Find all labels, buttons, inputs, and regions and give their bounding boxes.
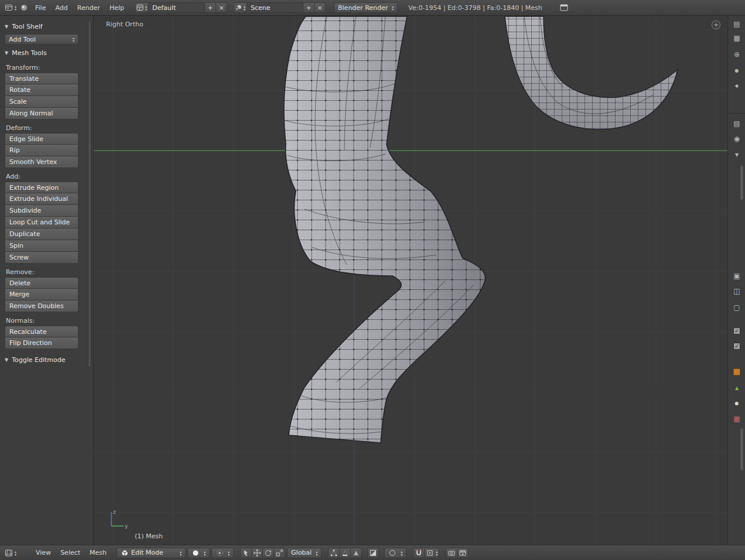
edge-select-button[interactable] (340, 548, 351, 558)
tool-button-smooth-vertex[interactable]: Smooth Vertex (5, 156, 78, 168)
tool-button-scale[interactable]: Scale (5, 96, 78, 108)
tool-button-edge-slide[interactable]: Edge Slide (5, 133, 78, 145)
add-tool-select[interactable]: Add Tool ▴▾ (5, 34, 78, 45)
tool-button-recalculate[interactable]: Recalculate (5, 326, 78, 337)
tool-shelf-scrollbar[interactable] (88, 21, 91, 367)
tool-button-rotate[interactable]: Rotate (5, 84, 78, 96)
tool-button-extrude-individual[interactable]: Extrude Individual (5, 193, 78, 205)
opengl-render-button[interactable] (446, 548, 457, 558)
properties-editor-icon[interactable]: ▤ (732, 19, 741, 29)
sphere-icon[interactable]: ● (732, 66, 741, 76)
triangle-down-icon: ▼ (5, 357, 8, 363)
screen-layout-add-button[interactable]: + (205, 2, 216, 13)
tool-button-spin[interactable]: Spin (5, 240, 78, 252)
occlude-icon (369, 549, 377, 557)
menu-view[interactable]: View (31, 547, 56, 558)
pin-icon[interactable]: ◉ (732, 134, 741, 144)
tool-button-extrude-region[interactable]: Extrude Region (5, 182, 78, 193)
strip-scrollbar[interactable] (740, 166, 743, 200)
scale-manipulator-button[interactable] (274, 548, 285, 558)
editor-type-button[interactable]: ▴▾ (4, 2, 18, 13)
tool-button-rip[interactable]: Rip (5, 145, 78, 156)
pivot-center-select[interactable]: ▴▾ (211, 548, 234, 558)
orientation-select[interactable]: Global ▴▾ (287, 548, 322, 558)
mode-select[interactable]: Edit Mode ▴▾ (117, 548, 186, 558)
screen-layout-name-field[interactable] (149, 2, 205, 13)
vertex-select-button[interactable] (328, 548, 340, 558)
menu-file[interactable]: File (30, 2, 50, 13)
snap-toggle-button[interactable] (413, 548, 425, 558)
render-tab-icon[interactable]: ▣ (732, 271, 741, 281)
face-select-button[interactable] (351, 548, 362, 558)
editmode-cube-icon (121, 549, 129, 557)
viewport-canvas[interactable] (94, 16, 727, 545)
viewport-shading-select[interactable]: ▴▾ (187, 548, 210, 558)
scene-name-field[interactable] (247, 2, 303, 13)
opengl-render-anim-button[interactable] (457, 548, 469, 558)
section-normals: Normals: Recalculate Flip Direction (0, 317, 93, 349)
rotate-manipulator-button[interactable] (263, 548, 274, 558)
proportional-editing-select[interactable]: ▴▾ (384, 548, 406, 558)
menu-help[interactable]: Help (105, 2, 129, 13)
tool-button-subdivide[interactable]: Subdivide (5, 205, 78, 217)
orientation-value: Global (291, 549, 312, 556)
panel-header-toggle-editmode[interactable]: ▼ Toggle Editmode (0, 354, 93, 366)
scene-tab-icon[interactable]: ▢ (732, 303, 741, 312)
updown-arrows-icon: ▴▾ (436, 550, 438, 556)
translate-manipulator-button[interactable] (252, 548, 263, 558)
snap-element-select[interactable]: ▴▾ (425, 548, 439, 558)
panel-header-tool-shelf[interactable]: ▼ Tool Shelf (0, 21, 93, 33)
tool-button-screw[interactable]: Screw (5, 252, 78, 264)
panels-icon[interactable]: ▦ (732, 33, 741, 43)
checkbox-on-icon[interactable]: ✓ (733, 343, 740, 350)
diamond-icon[interactable]: ◆ (732, 81, 741, 91)
window-duplicate-icon[interactable] (559, 2, 569, 13)
render-engine-select[interactable]: Blender Render ▴▾ (334, 2, 398, 13)
texture-tab-icon[interactable]: ▦ (732, 414, 741, 424)
object-tab-icon[interactable] (733, 368, 740, 375)
scene-browse-button[interactable]: ▴▾ (233, 2, 247, 13)
occlude-geometry-toggle[interactable] (367, 548, 379, 558)
tool-button-merge[interactable]: Merge (5, 289, 78, 301)
updown-arrows-icon: ▴▾ (15, 550, 16, 556)
strip-scrollbar[interactable] (740, 428, 743, 470)
tool-button-loop-cut-and-slide[interactable]: Loop Cut and Slide (5, 217, 78, 228)
scene-add-button[interactable]: + (303, 2, 315, 13)
panel-header-mesh-tools[interactable]: ▼ Mesh Tools (0, 47, 93, 59)
screen-layout-browse-button[interactable]: ▴▾ (135, 2, 149, 13)
checkbox-on-icon[interactable]: ✓ (733, 327, 740, 334)
tool-button-delete[interactable]: Delete (5, 277, 78, 289)
info-header: ▴▾ File Add Render Help ▴▾ + × (0, 0, 745, 16)
collapse-icon[interactable]: ▼ (732, 151, 741, 160)
manipulator-toggle-button[interactable] (240, 548, 252, 558)
layers-tab-icon[interactable]: ◫ (732, 286, 741, 296)
viewport-3d[interactable]: Right Ortho + z y (1) Mesh (94, 16, 727, 545)
add-icon[interactable]: ⊕ (732, 50, 741, 59)
menu-mesh[interactable]: Mesh (85, 547, 111, 558)
tool-button-along-normal[interactable]: Along Normal (5, 108, 78, 119)
scene-close-button[interactable]: × (315, 2, 326, 13)
screen-layout-close-button[interactable]: × (216, 2, 227, 13)
updown-arrows-icon: ▴▾ (204, 550, 206, 556)
manipulator-group (240, 548, 285, 558)
editor-menu-icon[interactable]: ▤ (732, 119, 741, 128)
face-select-icon (352, 549, 360, 557)
info-editor-icon (5, 4, 13, 12)
material-tab-icon[interactable]: ● (732, 399, 741, 408)
panel-title: Tool Shelf (12, 23, 43, 30)
main-area: ▼ Tool Shelf Add Tool ▴▾ ▼ Mesh Tools Tr… (0, 16, 745, 545)
edge-select-icon (341, 549, 349, 557)
updown-arrows-icon: ▴▾ (244, 5, 245, 11)
mesh-data-tab-icon[interactable]: ▲ (732, 384, 741, 393)
view3d-editor-icon (5, 549, 13, 557)
tool-button-translate[interactable]: Translate (5, 73, 78, 84)
menu-render[interactable]: Render (73, 2, 105, 13)
region-expand-icon[interactable]: + (712, 21, 720, 29)
tool-button-remove-doubles[interactable]: Remove Doubles (5, 301, 78, 312)
tool-button-duplicate[interactable]: Duplicate (5, 228, 78, 240)
menu-add[interactable]: Add (50, 2, 72, 13)
tool-button-flip-direction[interactable]: Flip Direction (5, 337, 78, 349)
editor-type-button[interactable]: ▴▾ (4, 547, 18, 559)
updown-arrows-icon: ▴▾ (401, 550, 402, 556)
menu-select[interactable]: Select (56, 547, 85, 558)
